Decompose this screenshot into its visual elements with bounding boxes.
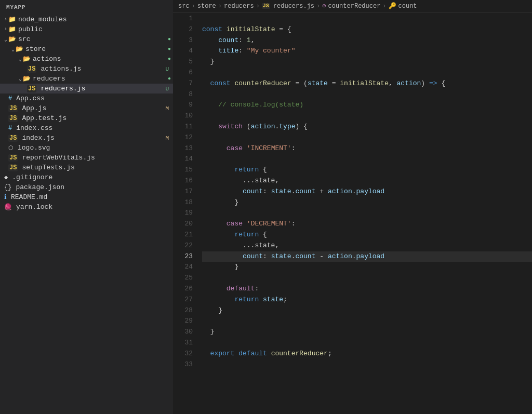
sidebar-item-public[interactable]: › 📁 public (0, 24, 173, 34)
editor-panel: src › store › reducers › JSreducers.js ›… (173, 0, 532, 414)
sidebar-item-app-css[interactable]: # App.css (0, 94, 173, 103)
line-num-9: 9 (173, 100, 193, 111)
sidebar-item-label: public (18, 25, 173, 33)
sidebar-item-label: App.test.js (22, 114, 173, 122)
sidebar-item-reducers[interactable]: ⌄ 📂 reducers ● (0, 74, 173, 84)
sidebar-item-reducers-js[interactable]: JS reducers.js U (0, 84, 173, 94)
code-line-21: return { (202, 230, 532, 241)
sidebar: MYAPP › 📁 node_modules › 📁 public ⌄ 📂 sr… (0, 0, 173, 414)
line-num-26: 26 (173, 284, 193, 295)
sidebar-item-label: src (18, 35, 168, 43)
sidebar-item-package-json[interactable]: {} package.json (0, 182, 173, 192)
sidebar-item-label: reportWebVitals.js (22, 154, 173, 162)
line-num-3: 3 (173, 35, 193, 46)
sidebar-item-index-js[interactable]: JS index.js M (0, 133, 173, 143)
line-num-18: 18 (173, 197, 193, 208)
folder-open-icon: 📂 (23, 75, 31, 83)
sidebar-item-src[interactable]: ⌄ 📂 src ● (0, 34, 173, 44)
code-line-7: const counterReducer = (state = initialS… (202, 78, 532, 89)
sidebar-item-label: node_modules (18, 16, 173, 23)
code-line-11: switch (action.type) { (202, 122, 532, 132)
code-container[interactable]: 1 2 3 4 5 6 7 8 9 10 11 12 13 14 15 16 1… (173, 12, 532, 414)
code-line-24: } (202, 262, 532, 273)
sidebar-item-setup-tests[interactable]: JS setupTests.js (0, 163, 173, 172)
folder-icon: 📁 (8, 16, 16, 23)
sidebar-item-label: setupTests.js (22, 164, 173, 171)
folder-open-icon: 📂 (23, 55, 31, 63)
line-num-17: 17 (173, 186, 193, 197)
line-num-20: 20 (173, 219, 193, 230)
code-line-19 (202, 208, 532, 219)
code-line-29 (202, 316, 532, 327)
code-line-17: count: state.count + action.payload (202, 186, 532, 197)
sidebar-item-yarn-lock[interactable]: 🧶 yarn.lock (0, 202, 173, 212)
js-file-icon: JS (27, 85, 36, 92)
folder-open-icon: 📂 (16, 45, 23, 53)
code-line-3: count: 1, (202, 35, 532, 46)
sidebar-item-label: .gitignore (12, 173, 173, 181)
dot-indicator: ● (168, 56, 171, 62)
sidebar-item-node-modules[interactable]: › 📁 node_modules (0, 15, 173, 24)
css-file-icon: # (8, 95, 12, 102)
code-line-16: ...state, (202, 176, 532, 186)
sidebar-item-readme[interactable]: ℹ README.md (0, 192, 173, 202)
chevron-down-icon: ⌄ (19, 76, 22, 82)
chevron-down-icon: ⌄ (4, 36, 7, 43)
sidebar-item-actions-js[interactable]: JS actions.js U (0, 64, 173, 74)
sidebar-item-actions[interactable]: ⌄ 📂 actions ● (0, 54, 173, 64)
sidebar-item-store[interactable]: ⌄ 📂 store ● (0, 44, 173, 54)
line-num-12: 12 (173, 132, 193, 143)
sidebar-item-app-test-js[interactable]: JS App.test.js (0, 113, 173, 123)
breadcrumb-sep: › (218, 3, 222, 10)
line-num-28: 28 (173, 305, 193, 316)
git-file-icon: ◆ (4, 173, 8, 181)
line-num-24: 24 (173, 262, 193, 273)
sidebar-item-logo-svg[interactable]: ⬡ logo.svg (0, 143, 173, 153)
sidebar-item-label: App.js (22, 104, 165, 112)
line-num-32: 32 (173, 349, 193, 359)
sidebar-item-gitignore[interactable]: ◆ .gitignore (0, 172, 173, 182)
line-num-30: 30 (173, 327, 193, 338)
sidebar-item-index-css[interactable]: # index.css (0, 123, 173, 133)
sidebar-item-app-js[interactable]: JS App.js M (0, 103, 173, 113)
line-numbers: 1 2 3 4 5 6 7 8 9 10 11 12 13 14 15 16 1… (173, 12, 198, 414)
line-num-2: 2 (173, 24, 193, 35)
sidebar-item-label: yarn.lock (16, 203, 173, 211)
line-num-33: 33 (173, 359, 193, 370)
js-file-icon: JS (8, 105, 18, 112)
chevron-right-icon: › (4, 26, 7, 32)
code-line-2: const initialState = { (202, 24, 532, 35)
code-editor[interactable]: const initialState = { count: 1, title: … (198, 12, 532, 414)
code-line-27: return state; (202, 295, 532, 305)
sidebar-item-report-web-vitals[interactable]: JS reportWebVitals.js (0, 153, 173, 163)
code-line-25 (202, 273, 532, 284)
sidebar-item-label: actions (33, 55, 168, 63)
sidebar-item-label: App.css (16, 95, 173, 102)
sidebar-item-label: package.json (16, 183, 173, 191)
css-file-icon: # (8, 125, 12, 132)
code-line-12 (202, 132, 532, 143)
breadcrumb-counter-reducer: counterReducer (328, 3, 381, 10)
sidebar-item-label: index.css (16, 124, 173, 132)
line-num-19: 19 (173, 208, 193, 219)
dot-indicator: ● (168, 76, 171, 82)
code-line-10 (202, 111, 532, 122)
code-line-20: case 'DECREMENT': (202, 219, 532, 230)
file-badge: M (165, 105, 169, 112)
code-line-5: } (202, 57, 532, 68)
dot-indicator: ● (168, 36, 171, 42)
sidebar-item-label: logo.svg (18, 144, 173, 152)
info-file-icon: ℹ (4, 193, 7, 201)
line-num-23: 23 (173, 251, 193, 262)
sidebar-item-label: actions.js (41, 65, 165, 73)
line-num-31: 31 (173, 338, 193, 349)
code-line-28: } (202, 305, 532, 316)
code-line-15: return { (202, 165, 532, 176)
breadcrumb-sep: › (382, 3, 386, 10)
chevron-down-icon: ⌄ (11, 46, 15, 52)
js-file-icon: JS (8, 115, 18, 122)
breadcrumb-symbol-icon: ⊙ (322, 2, 326, 10)
code-line-14 (202, 154, 532, 165)
yarn-file-icon: 🧶 (4, 203, 12, 211)
line-num-6: 6 (173, 68, 193, 78)
